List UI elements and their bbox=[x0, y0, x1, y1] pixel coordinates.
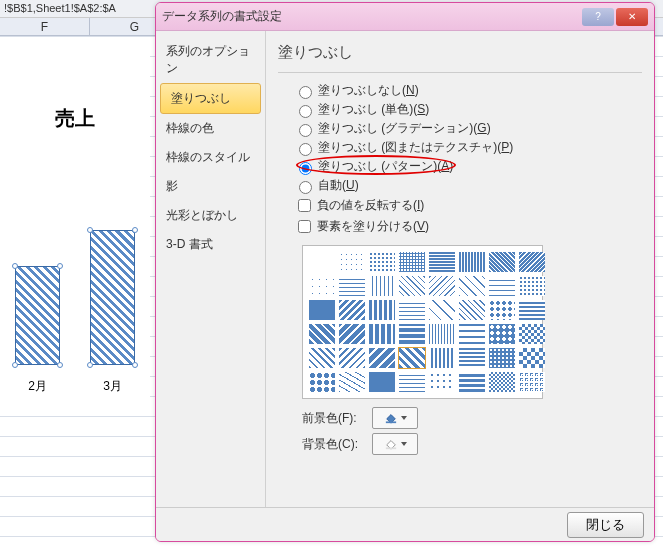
pattern-swatch-6[interactable] bbox=[488, 251, 516, 273]
sidebar-item-1[interactable]: 塗りつぶし bbox=[160, 83, 261, 114]
pattern-swatch-1[interactable] bbox=[338, 251, 366, 273]
pattern-swatch-28[interactable] bbox=[428, 323, 456, 345]
radio-label: 自動(U) bbox=[318, 177, 359, 194]
pattern-swatch-27[interactable] bbox=[398, 323, 426, 345]
col-header-f[interactable]: F bbox=[0, 18, 90, 35]
pattern-swatch-40[interactable] bbox=[308, 371, 336, 393]
sidebar-item-2[interactable]: 枠線の色 bbox=[156, 114, 265, 143]
pattern-swatch-18[interactable] bbox=[368, 299, 396, 321]
pattern-swatch-39[interactable] bbox=[518, 347, 546, 369]
pattern-swatch-45[interactable] bbox=[458, 371, 486, 393]
pattern-swatch-9[interactable] bbox=[338, 275, 366, 297]
pattern-swatch-46[interactable] bbox=[488, 371, 516, 393]
radio-input[interactable] bbox=[299, 181, 312, 194]
fill-radio-3[interactable]: 塗りつぶし (図またはテクスチャ)(P) bbox=[278, 138, 642, 157]
pattern-preview-icon bbox=[399, 276, 425, 296]
pattern-swatch-20[interactable] bbox=[428, 299, 456, 321]
pattern-preview-icon bbox=[339, 324, 365, 344]
pattern-swatch-30[interactable] bbox=[488, 323, 516, 345]
pattern-swatch-15[interactable] bbox=[518, 275, 546, 297]
pattern-swatch-8[interactable] bbox=[308, 275, 336, 297]
sidebar-item-5[interactable]: 光彩とぼかし bbox=[156, 201, 265, 230]
pattern-swatch-31[interactable] bbox=[518, 323, 546, 345]
pattern-swatch-0[interactable] bbox=[308, 251, 336, 273]
pattern-preview-icon bbox=[489, 276, 515, 296]
pattern-preview-icon bbox=[519, 300, 545, 320]
pattern-swatch-33[interactable] bbox=[338, 347, 366, 369]
pattern-swatch-43[interactable] bbox=[398, 371, 426, 393]
pattern-swatch-25[interactable] bbox=[338, 323, 366, 345]
pattern-swatch-37[interactable] bbox=[458, 347, 486, 369]
sidebar-item-4[interactable]: 影 bbox=[156, 172, 265, 201]
pattern-swatch-17[interactable] bbox=[338, 299, 366, 321]
checkbox-input[interactable] bbox=[298, 220, 311, 233]
radio-label: 塗りつぶしなし(N) bbox=[318, 82, 419, 99]
pattern-swatch-34[interactable] bbox=[368, 347, 396, 369]
pattern-swatch-14[interactable] bbox=[488, 275, 516, 297]
pattern-swatch-22[interactable] bbox=[488, 299, 516, 321]
paint-bucket-icon bbox=[384, 412, 398, 424]
pattern-swatch-5[interactable] bbox=[458, 251, 486, 273]
sidebar-item-0[interactable]: 系列のオプション bbox=[156, 37, 265, 83]
background-color-button[interactable] bbox=[372, 433, 418, 455]
foreground-color-button[interactable] bbox=[372, 407, 418, 429]
pattern-grid bbox=[302, 245, 543, 399]
chart-bar-0[interactable] bbox=[15, 266, 60, 365]
pattern-swatch-32[interactable] bbox=[308, 347, 336, 369]
pattern-preview-icon bbox=[459, 252, 485, 272]
check-0[interactable]: 負の値を反転する(I) bbox=[278, 195, 642, 216]
pattern-swatch-12[interactable] bbox=[428, 275, 456, 297]
radio-input[interactable] bbox=[299, 143, 312, 156]
pattern-swatch-7[interactable] bbox=[518, 251, 546, 273]
pattern-swatch-21[interactable] bbox=[458, 299, 486, 321]
pattern-swatch-38[interactable] bbox=[488, 347, 516, 369]
pattern-swatch-3[interactable] bbox=[398, 251, 426, 273]
pattern-swatch-16[interactable] bbox=[308, 299, 336, 321]
radio-input[interactable] bbox=[299, 162, 312, 175]
pattern-preview-icon bbox=[309, 324, 335, 344]
pattern-swatch-41[interactable] bbox=[338, 371, 366, 393]
check-1[interactable]: 要素を塗り分ける(V) bbox=[278, 216, 642, 237]
fill-radio-2[interactable]: 塗りつぶし (グラデーション)(G) bbox=[278, 119, 642, 138]
help-button[interactable]: ? bbox=[582, 8, 614, 26]
pattern-swatch-11[interactable] bbox=[398, 275, 426, 297]
pattern-swatch-26[interactable] bbox=[368, 323, 396, 345]
pattern-swatch-47[interactable] bbox=[518, 371, 546, 393]
pattern-swatch-36[interactable] bbox=[428, 347, 456, 369]
close-button[interactable]: 閉じる bbox=[567, 512, 644, 538]
radio-label: 塗りつぶし (単色)(S) bbox=[318, 101, 429, 118]
pattern-preview-icon bbox=[459, 324, 485, 344]
pattern-swatch-42[interactable] bbox=[368, 371, 396, 393]
radio-input[interactable] bbox=[299, 86, 312, 99]
fill-radio-5[interactable]: 自動(U) bbox=[278, 176, 642, 195]
pattern-swatch-4[interactable] bbox=[428, 251, 456, 273]
fill-radio-0[interactable]: 塗りつぶしなし(N) bbox=[278, 81, 642, 100]
radio-input[interactable] bbox=[299, 105, 312, 118]
pattern-swatch-13[interactable] bbox=[458, 275, 486, 297]
pattern-swatch-23[interactable] bbox=[518, 299, 546, 321]
pattern-swatch-10[interactable] bbox=[368, 275, 396, 297]
dialog-titlebar[interactable]: データ系列の書式設定 ? ✕ bbox=[156, 3, 654, 31]
pattern-preview-icon bbox=[489, 300, 515, 320]
pattern-swatch-19[interactable] bbox=[398, 299, 426, 321]
fill-radio-1[interactable]: 塗りつぶし (単色)(S) bbox=[278, 100, 642, 119]
sidebar-item-3[interactable]: 枠線のスタイル bbox=[156, 143, 265, 172]
pattern-swatch-35[interactable] bbox=[398, 347, 426, 369]
pattern-preview-icon bbox=[459, 276, 485, 296]
radio-input[interactable] bbox=[299, 124, 312, 137]
pattern-swatch-24[interactable] bbox=[308, 323, 336, 345]
checkbox-input[interactable] bbox=[298, 199, 311, 212]
chart-bar-1[interactable] bbox=[90, 230, 135, 365]
sidebar-item-6[interactable]: 3-D 書式 bbox=[156, 230, 265, 259]
pattern-preview-icon bbox=[309, 372, 335, 392]
window-close-button[interactable]: ✕ bbox=[616, 8, 648, 26]
pattern-preview-icon bbox=[399, 300, 425, 320]
chart[interactable]: 売上 2月3月 bbox=[0, 55, 150, 405]
pattern-swatch-2[interactable] bbox=[368, 251, 396, 273]
chevron-down-icon bbox=[401, 416, 407, 420]
fill-radio-4[interactable]: 塗りつぶし (パターン)(A) bbox=[278, 157, 642, 176]
pattern-preview-icon bbox=[309, 276, 335, 296]
pattern-swatch-29[interactable] bbox=[458, 323, 486, 345]
pattern-swatch-44[interactable] bbox=[428, 371, 456, 393]
pattern-preview-icon bbox=[459, 348, 485, 368]
